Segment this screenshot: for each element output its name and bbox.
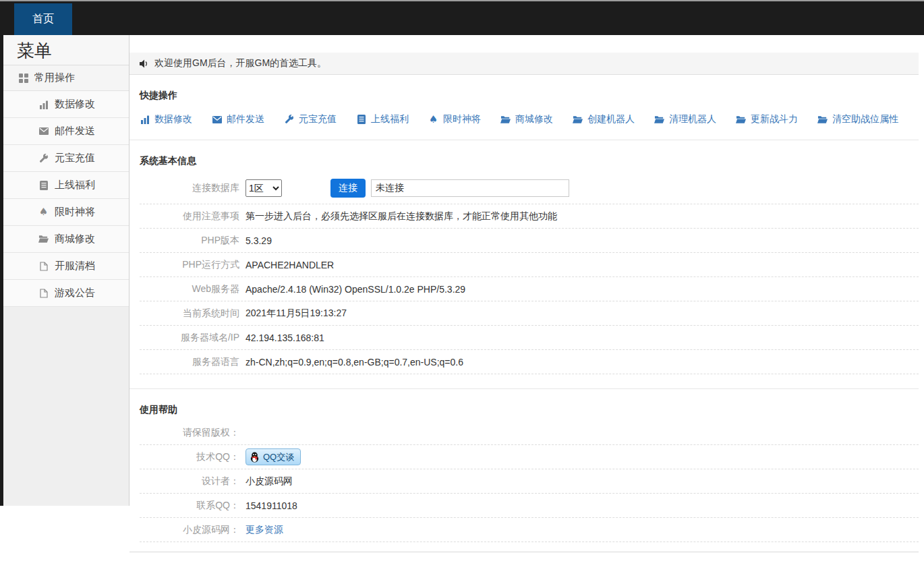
sidebar-item-label: 元宝充值 — [55, 152, 95, 165]
quick-link-label: 数据修改 — [154, 113, 192, 125]
qq-chat-button-label: QQ交谈 — [263, 451, 294, 463]
connect-db-controls: 1区 连接 — [246, 179, 569, 198]
wrench-icon — [38, 154, 49, 163]
quick-link-label: 邮件发送 — [227, 113, 264, 125]
main-content: 欢迎使用GM后台，开服GM的首选工具。 快捷操作 数据修改 邮件发送 元宝充值 … — [129, 35, 924, 552]
info-label: PHP版本 — [140, 235, 239, 247]
info-value: APACHE2HANDLER — [246, 260, 334, 270]
bar-chart-icon — [38, 100, 49, 109]
quick-link-mall-edit[interactable]: 商城修改 — [500, 113, 553, 125]
quick-link-label: 创建机器人 — [587, 113, 635, 125]
sidebar-item-label: 限时神将 — [55, 206, 95, 218]
contact-qq-row: 联系QQ： 1541911018 — [140, 494, 919, 518]
table-row: 服务器语言 zh-CN,zh;q=0.9,en;q=0.8,en-GB;q=0.… — [140, 350, 919, 374]
table-row: PHP版本 5.3.29 — [140, 229, 919, 253]
quick-link-update-power[interactable]: 更新战斗力 — [736, 113, 798, 125]
quick-link-online-welfare[interactable]: 上线福利 — [356, 113, 409, 125]
more-resources-link[interactable]: 更多资源 — [246, 524, 283, 536]
quick-links-row: 数据修改 邮件发送 元宝充值 上线福利 ♠ 限时神将 商城修改 创建机器人 清理 — [129, 102, 924, 125]
help-title: 使用帮助 — [129, 389, 924, 416]
sidebar-item-label: 商城修改 — [55, 233, 95, 245]
folder-icon — [573, 115, 583, 124]
sidebar-item-game-notice[interactable]: 游戏公告 — [3, 280, 129, 307]
sidebar-item-label: 开服清档 — [55, 260, 95, 272]
info-label: 当前系统时间 — [140, 308, 239, 320]
spade-icon: ♠ — [38, 207, 49, 217]
sidebar-title: 菜单 — [3, 35, 129, 65]
info-value: zh-CN,zh;q=0.9,en;q=0.8,en-GB;q=0.7,en-U… — [246, 357, 463, 368]
system-info-table: 连接数据库 1区 连接 使用注意事项 第一步进入后台，必须先选择区服后在连接数据… — [129, 172, 919, 374]
system-info-title: 系统基本信息 — [129, 140, 924, 167]
sidebar-item-label: 游戏公告 — [55, 287, 95, 299]
quick-link-label: 商城修改 — [515, 113, 553, 125]
connect-db-label: 连接数据库 — [140, 182, 239, 194]
folder-icon — [38, 235, 49, 243]
sidebar-item-data-edit[interactable]: 数据修改 — [3, 91, 129, 118]
tab-home-label: 首页 — [32, 12, 54, 26]
qq-penguin-icon — [250, 451, 260, 463]
book-icon — [356, 115, 366, 124]
copyright-row: 请保留版权： — [140, 421, 919, 445]
file-icon — [38, 262, 49, 271]
folder-icon — [654, 115, 664, 124]
grid-icon — [18, 74, 28, 83]
connect-status-input[interactable] — [371, 179, 569, 197]
quick-link-ingot-recharge[interactable]: 元宝充值 — [284, 113, 337, 125]
info-value: 42.194.135.168:81 — [246, 332, 324, 343]
sidebar-item-mall-edit[interactable]: 商城修改 — [3, 226, 129, 253]
sidebar: 菜单 常用操作 数据修改 邮件发送 元宝充值 上线福利 ♠ 限时神将 — [0, 35, 129, 506]
sidebar-section-common-ops[interactable]: 常用操作 — [3, 65, 129, 91]
quick-actions-title: 快捷操作 — [129, 75, 924, 102]
table-row: 服务器域名/IP 42.194.135.168:81 — [140, 326, 919, 350]
bottom-divider — [129, 552, 919, 552]
info-label: 服务器域名/IP — [140, 332, 239, 344]
sidebar-item-label: 邮件发送 — [55, 125, 95, 138]
source-site-label: 小皮源码网： — [140, 524, 239, 536]
quick-link-label: 清理机器人 — [669, 113, 716, 125]
sidebar-item-label: 上线福利 — [55, 179, 95, 192]
info-label: PHP运行方式 — [140, 259, 239, 271]
quick-link-mail-send[interactable]: 邮件发送 — [212, 113, 264, 125]
welcome-bar: 欢迎使用GM后台，开服GM的首选工具。 — [129, 53, 919, 75]
quick-link-clean-robot[interactable]: 清理机器人 — [654, 113, 716, 125]
source-site-row: 小皮源码网： 更多资源 — [140, 518, 919, 542]
quick-link-label: 上线福利 — [371, 113, 409, 125]
quick-link-data-edit[interactable]: 数据修改 — [140, 113, 192, 125]
sidebar-item-server-wipe[interactable]: 开服清档 — [3, 253, 129, 280]
quick-link-label: 更新战斗力 — [751, 113, 798, 125]
table-row: 当前系统时间 2021年11月5日19:13:27 — [140, 301, 919, 326]
sidebar-item-label: 数据修改 — [55, 98, 95, 111]
table-row: Web服务器 Apache/2.4.18 (Win32) OpenSSL/1.0… — [140, 277, 919, 301]
info-value: 第一步进入后台，必须先选择区服后在连接数据库，才能正常使用其他功能 — [246, 210, 557, 223]
folder-icon — [817, 115, 828, 124]
designer-label: 设计者： — [140, 475, 239, 488]
quick-link-label: 清空助战位属性 — [832, 113, 898, 125]
contact-qq-label: 联系QQ： — [140, 500, 239, 512]
info-value: 2021年11月5日19:13:27 — [246, 308, 347, 320]
tab-home[interactable]: 首页 — [14, 3, 72, 35]
quick-link-create-robot[interactable]: 创建机器人 — [573, 113, 635, 125]
envelope-icon — [212, 116, 222, 123]
sidebar-item-mail-send[interactable]: 邮件发送 — [3, 118, 129, 145]
info-value: Apache/2.4.18 (Win32) OpenSSL/1.0.2e PHP… — [246, 284, 465, 295]
sidebar-item-limited-hero[interactable]: ♠ 限时神将 — [3, 199, 129, 226]
sidebar-item-online-welfare[interactable]: 上线福利 — [3, 172, 129, 199]
envelope-icon — [38, 127, 49, 135]
info-value: 5.3.29 — [246, 235, 272, 246]
table-row: 使用注意事项 第一步进入后台，必须先选择区服后在连接数据库，才能正常使用其他功能 — [140, 204, 919, 229]
zone-select[interactable]: 1区 — [246, 179, 282, 197]
quick-link-label: 限时神将 — [443, 113, 481, 125]
quick-link-limited-hero[interactable]: ♠ 限时神将 — [428, 113, 481, 125]
wrench-icon — [284, 115, 294, 124]
copyright-label: 请保留版权： — [140, 427, 239, 439]
topbar: 首页 — [0, 0, 924, 35]
connect-button[interactable]: 连接 — [330, 179, 366, 198]
connect-db-row: 连接数据库 1区 连接 — [140, 172, 919, 204]
sidebar-item-ingot-recharge[interactable]: 元宝充值 — [3, 145, 129, 172]
folder-icon — [736, 115, 746, 124]
speaker-icon — [139, 59, 149, 68]
quick-link-clear-assist-attr[interactable]: 清空助战位属性 — [817, 113, 898, 125]
welcome-text: 欢迎使用GM后台，开服GM的首选工具。 — [154, 57, 326, 69]
qq-chat-button[interactable]: QQ交谈 — [246, 448, 301, 465]
info-label: Web服务器 — [140, 283, 239, 295]
